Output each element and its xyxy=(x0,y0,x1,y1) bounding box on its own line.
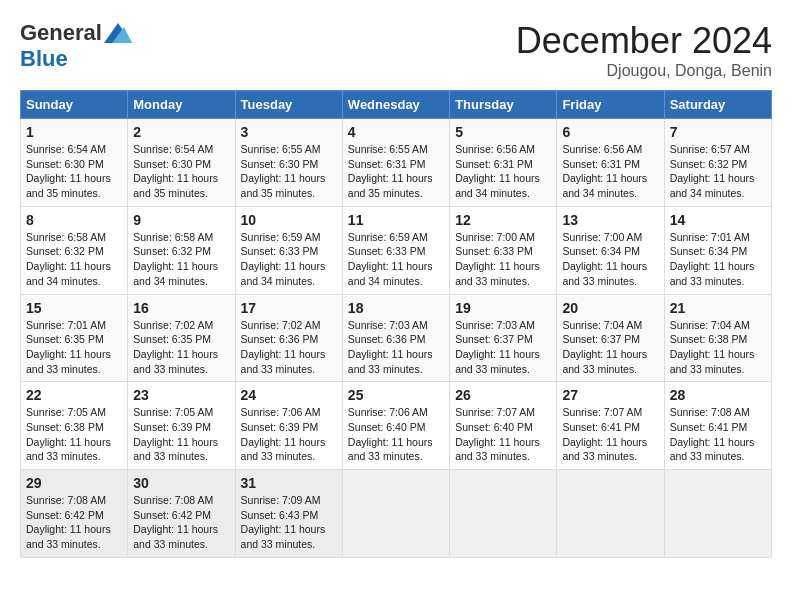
sunset-label: Sunset: 6:39 PM xyxy=(133,421,211,433)
header-saturday: Saturday xyxy=(664,91,771,119)
sunset-label: Sunset: 6:35 PM xyxy=(26,333,104,345)
daylight-label: Daylight: 11 hours and 33 minutes. xyxy=(455,436,540,463)
day-info: Sunrise: 7:07 AM Sunset: 6:40 PM Dayligh… xyxy=(455,405,551,464)
daylight-label: Daylight: 11 hours and 33 minutes. xyxy=(670,436,755,463)
sunrise-label: Sunrise: 7:00 AM xyxy=(562,231,642,243)
calendar-cell: 13 Sunrise: 7:00 AM Sunset: 6:34 PM Dayl… xyxy=(557,206,664,294)
calendar-week-row: 8 Sunrise: 6:58 AM Sunset: 6:32 PM Dayli… xyxy=(21,206,772,294)
sunrise-label: Sunrise: 7:07 AM xyxy=(562,406,642,418)
day-number: 12 xyxy=(455,212,551,228)
sunset-label: Sunset: 6:39 PM xyxy=(241,421,319,433)
sunrise-label: Sunrise: 7:01 AM xyxy=(670,231,750,243)
calendar-cell: 5 Sunrise: 6:56 AM Sunset: 6:31 PM Dayli… xyxy=(450,119,557,207)
sunset-label: Sunset: 6:42 PM xyxy=(133,509,211,521)
sunrise-label: Sunrise: 6:58 AM xyxy=(133,231,213,243)
daylight-label: Daylight: 11 hours and 34 minutes. xyxy=(133,260,218,287)
calendar-cell: 19 Sunrise: 7:03 AM Sunset: 6:37 PM Dayl… xyxy=(450,294,557,382)
day-number: 16 xyxy=(133,300,229,316)
day-info: Sunrise: 7:06 AM Sunset: 6:40 PM Dayligh… xyxy=(348,405,444,464)
day-number: 17 xyxy=(241,300,337,316)
calendar-cell: 31 Sunrise: 7:09 AM Sunset: 6:43 PM Dayl… xyxy=(235,470,342,558)
daylight-label: Daylight: 11 hours and 35 minutes. xyxy=(241,172,326,199)
daylight-label: Daylight: 11 hours and 35 minutes. xyxy=(133,172,218,199)
sunset-label: Sunset: 6:43 PM xyxy=(241,509,319,521)
sunrise-label: Sunrise: 7:05 AM xyxy=(133,406,213,418)
sunrise-label: Sunrise: 7:05 AM xyxy=(26,406,106,418)
day-info: Sunrise: 7:09 AM Sunset: 6:43 PM Dayligh… xyxy=(241,493,337,552)
calendar-cell xyxy=(557,470,664,558)
day-info: Sunrise: 7:06 AM Sunset: 6:39 PM Dayligh… xyxy=(241,405,337,464)
daylight-label: Daylight: 11 hours and 33 minutes. xyxy=(133,436,218,463)
day-info: Sunrise: 6:58 AM Sunset: 6:32 PM Dayligh… xyxy=(26,230,122,289)
calendar-cell xyxy=(450,470,557,558)
sunrise-label: Sunrise: 7:06 AM xyxy=(348,406,428,418)
sunset-label: Sunset: 6:40 PM xyxy=(455,421,533,433)
calendar-cell: 20 Sunrise: 7:04 AM Sunset: 6:37 PM Dayl… xyxy=(557,294,664,382)
day-number: 6 xyxy=(562,124,658,140)
daylight-label: Daylight: 11 hours and 33 minutes. xyxy=(348,436,433,463)
sunset-label: Sunset: 6:40 PM xyxy=(348,421,426,433)
calendar-cell: 1 Sunrise: 6:54 AM Sunset: 6:30 PM Dayli… xyxy=(21,119,128,207)
day-number: 5 xyxy=(455,124,551,140)
day-number: 29 xyxy=(26,475,122,491)
sunrise-label: Sunrise: 6:59 AM xyxy=(241,231,321,243)
calendar-cell: 25 Sunrise: 7:06 AM Sunset: 6:40 PM Dayl… xyxy=(342,382,449,470)
daylight-label: Daylight: 11 hours and 34 minutes. xyxy=(348,260,433,287)
sunset-label: Sunset: 6:37 PM xyxy=(562,333,640,345)
header-friday: Friday xyxy=(557,91,664,119)
day-info: Sunrise: 7:04 AM Sunset: 6:38 PM Dayligh… xyxy=(670,318,766,377)
calendar-cell: 7 Sunrise: 6:57 AM Sunset: 6:32 PM Dayli… xyxy=(664,119,771,207)
calendar-cell: 14 Sunrise: 7:01 AM Sunset: 6:34 PM Dayl… xyxy=(664,206,771,294)
sunset-label: Sunset: 6:41 PM xyxy=(562,421,640,433)
day-info: Sunrise: 7:04 AM Sunset: 6:37 PM Dayligh… xyxy=(562,318,658,377)
day-number: 19 xyxy=(455,300,551,316)
day-info: Sunrise: 7:02 AM Sunset: 6:35 PM Dayligh… xyxy=(133,318,229,377)
calendar-week-row: 1 Sunrise: 6:54 AM Sunset: 6:30 PM Dayli… xyxy=(21,119,772,207)
day-info: Sunrise: 7:00 AM Sunset: 6:34 PM Dayligh… xyxy=(562,230,658,289)
calendar-cell: 6 Sunrise: 6:56 AM Sunset: 6:31 PM Dayli… xyxy=(557,119,664,207)
sunset-label: Sunset: 6:34 PM xyxy=(670,245,748,257)
sunrise-label: Sunrise: 7:02 AM xyxy=(133,319,213,331)
day-number: 25 xyxy=(348,387,444,403)
sunset-label: Sunset: 6:30 PM xyxy=(26,158,104,170)
calendar-cell: 15 Sunrise: 7:01 AM Sunset: 6:35 PM Dayl… xyxy=(21,294,128,382)
daylight-label: Daylight: 11 hours and 33 minutes. xyxy=(26,523,111,550)
day-number: 20 xyxy=(562,300,658,316)
sunrise-label: Sunrise: 7:08 AM xyxy=(670,406,750,418)
day-info: Sunrise: 7:08 AM Sunset: 6:41 PM Dayligh… xyxy=(670,405,766,464)
header-monday: Monday xyxy=(128,91,235,119)
daylight-label: Daylight: 11 hours and 33 minutes. xyxy=(670,348,755,375)
sunset-label: Sunset: 6:31 PM xyxy=(348,158,426,170)
daylight-label: Daylight: 11 hours and 33 minutes. xyxy=(562,436,647,463)
day-info: Sunrise: 6:56 AM Sunset: 6:31 PM Dayligh… xyxy=(455,142,551,201)
day-number: 28 xyxy=(670,387,766,403)
calendar-week-row: 22 Sunrise: 7:05 AM Sunset: 6:38 PM Dayl… xyxy=(21,382,772,470)
calendar-cell: 21 Sunrise: 7:04 AM Sunset: 6:38 PM Dayl… xyxy=(664,294,771,382)
header-thursday: Thursday xyxy=(450,91,557,119)
calendar-header-row: Sunday Monday Tuesday Wednesday Thursday… xyxy=(21,91,772,119)
calendar-cell: 8 Sunrise: 6:58 AM Sunset: 6:32 PM Dayli… xyxy=(21,206,128,294)
sunrise-label: Sunrise: 6:57 AM xyxy=(670,143,750,155)
day-number: 24 xyxy=(241,387,337,403)
calendar-cell: 10 Sunrise: 6:59 AM Sunset: 6:33 PM Dayl… xyxy=(235,206,342,294)
sunset-label: Sunset: 6:35 PM xyxy=(133,333,211,345)
day-info: Sunrise: 7:07 AM Sunset: 6:41 PM Dayligh… xyxy=(562,405,658,464)
sunset-label: Sunset: 6:30 PM xyxy=(241,158,319,170)
calendar-cell: 30 Sunrise: 7:08 AM Sunset: 6:42 PM Dayl… xyxy=(128,470,235,558)
sunset-label: Sunset: 6:36 PM xyxy=(241,333,319,345)
calendar-week-row: 15 Sunrise: 7:01 AM Sunset: 6:35 PM Dayl… xyxy=(21,294,772,382)
day-number: 31 xyxy=(241,475,337,491)
sunrise-label: Sunrise: 7:08 AM xyxy=(133,494,213,506)
day-info: Sunrise: 7:05 AM Sunset: 6:39 PM Dayligh… xyxy=(133,405,229,464)
day-number: 14 xyxy=(670,212,766,228)
calendar-cell: 12 Sunrise: 7:00 AM Sunset: 6:33 PM Dayl… xyxy=(450,206,557,294)
calendar-cell xyxy=(342,470,449,558)
sunrise-label: Sunrise: 7:03 AM xyxy=(348,319,428,331)
day-number: 18 xyxy=(348,300,444,316)
day-info: Sunrise: 7:08 AM Sunset: 6:42 PM Dayligh… xyxy=(133,493,229,552)
sunrise-label: Sunrise: 6:55 AM xyxy=(348,143,428,155)
day-number: 1 xyxy=(26,124,122,140)
sunset-label: Sunset: 6:32 PM xyxy=(26,245,104,257)
sunset-label: Sunset: 6:37 PM xyxy=(455,333,533,345)
sunset-label: Sunset: 6:32 PM xyxy=(133,245,211,257)
